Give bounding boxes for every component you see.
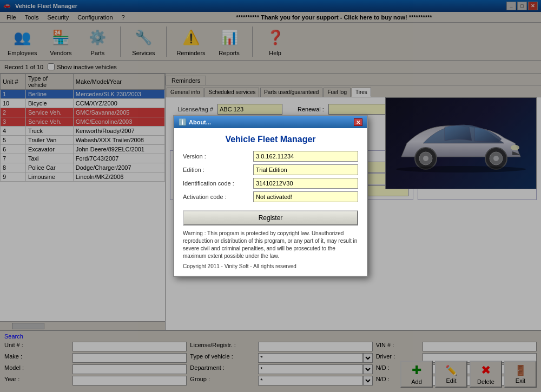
modal-idcode-input[interactable] — [253, 178, 358, 189]
modal-body: Vehicle Fleet Manager Version : Edition … — [174, 128, 367, 276]
modal-overlay: ℹ️ About... ✕ Vehicle Fleet Manager Vers… — [0, 0, 541, 392]
modal-edition-input[interactable] — [253, 164, 358, 175]
modal-close-btn[interactable]: ✕ — [354, 118, 362, 126]
modal-activation-input[interactable] — [253, 191, 358, 202]
modal-title-bar: ℹ️ About... ✕ — [174, 116, 367, 128]
modal-warning-text: Warning : This program is protected by c… — [183, 230, 358, 260]
modal-title-text: About... — [189, 119, 211, 125]
modal-app-name: Vehicle Fleet Manager — [183, 135, 358, 144]
modal-version-label: Version : — [183, 153, 253, 160]
modal-idcode-label: Identification code : — [183, 180, 253, 187]
modal-activation-label: Activation code : — [183, 194, 253, 200]
modal-icon: ℹ️ — [179, 118, 187, 126]
modal-activation-row: Activation code : — [183, 191, 358, 202]
modal-edition-row: Edition : — [183, 164, 358, 175]
about-modal: ℹ️ About... ✕ Vehicle Fleet Manager Vers… — [173, 115, 368, 277]
modal-version-input[interactable] — [253, 151, 358, 162]
modal-copyright-text: Copyright 2011 - Vinity Soft - All right… — [183, 263, 358, 269]
register-button[interactable]: Register — [183, 210, 358, 225]
modal-edition-label: Edition : — [183, 167, 253, 173]
modal-idcode-row: Identification code : — [183, 178, 358, 189]
modal-version-row: Version : — [183, 151, 358, 162]
